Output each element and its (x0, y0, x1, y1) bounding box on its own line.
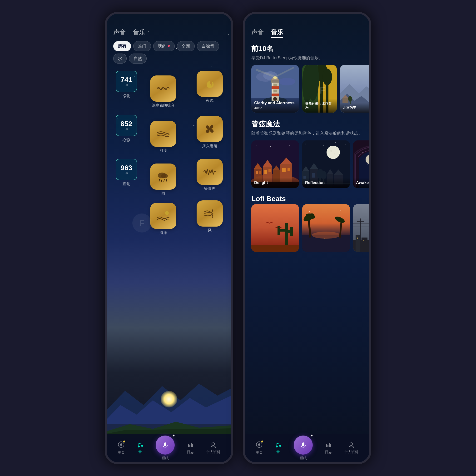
nav-profile-right[interactable]: 个人资料 (344, 442, 358, 454)
svg-rect-174 (363, 240, 364, 241)
sound-river[interactable]: 河流 (150, 121, 176, 153)
nav-music-left[interactable]: 音 (137, 442, 143, 454)
svg-rect-62 (273, 90, 277, 92)
svg-rect-180 (302, 442, 305, 446)
svg-line-25 (164, 179, 165, 182)
svg-point-112 (330, 150, 332, 152)
svg-rect-170 (369, 236, 369, 252)
tab-sound[interactable]: 声音 (113, 28, 126, 36)
filter-row: 所有 热门 我的 ♥ 全新 白噪音 水 自然 (113, 41, 225, 64)
svg-point-113 (334, 153, 335, 154)
top10-subtitle: 享受DJ BetterSleep为你挑选的音乐。 (251, 55, 363, 61)
svg-rect-173 (357, 238, 358, 239)
svg-point-30 (138, 445, 140, 447)
svg-point-152 (312, 232, 340, 239)
filter-white-noise[interactable]: 白噪音 (197, 41, 219, 51)
sound-ocean[interactable]: 海洋 (150, 203, 176, 235)
filter-mine[interactable]: 我的 ♥ (153, 41, 175, 51)
card-spa[interactable]: F 播放列表：水疗音乐 (302, 65, 337, 113)
svg-point-135 (362, 152, 363, 153)
sound-rain[interactable]: 雨 (150, 164, 176, 196)
lofi-cards: ✦ (251, 204, 363, 252)
card-reflection-overlay: Reflection (302, 178, 350, 188)
svg-rect-52 (272, 86, 279, 89)
card-awaken[interactable]: 全新 Awaken (353, 140, 369, 188)
svg-rect-143 (290, 227, 293, 236)
card-delight[interactable]: Delight (251, 140, 299, 188)
sound-fan[interactable]: 摇头电扇 (197, 116, 223, 149)
right-tab-sound[interactable]: 声音 (251, 28, 264, 38)
svg-line-23 (159, 179, 160, 182)
nav-profile-left[interactable]: 个人资料 (206, 442, 221, 454)
svg-point-27 (165, 211, 169, 215)
svg-point-80 (348, 96, 352, 102)
filter-water[interactable]: 水 (113, 53, 127, 64)
right-tab-music[interactable]: 音乐 (271, 28, 283, 38)
sound-night[interactable]: 夜晚 (197, 71, 223, 103)
svg-point-105 (306, 144, 306, 144)
orch-cards: Delight (251, 140, 363, 188)
card-spa-overlay: 播放列表：水疗音乐 (302, 99, 337, 113)
svg-line-24 (161, 179, 162, 182)
svg-point-22 (161, 173, 168, 178)
lofi-title: Lofi Beats (251, 195, 363, 203)
card-lofi2[interactable]: ✦ (302, 204, 350, 252)
svg-point-148 (309, 211, 310, 212)
card-north-overlay: 北方的宁 (340, 103, 369, 113)
tab-music[interactable]: 音乐 (133, 28, 145, 36)
sound-wind[interactable]: 风 (197, 200, 223, 233)
left-bottom-nav: 主页 音 睡眠 (107, 434, 231, 462)
nav-journal-left[interactable]: 日志 (187, 442, 194, 454)
right-content: 声音 音乐 前10名 享受DJ BetterSleep为你挑选的音乐。 (245, 14, 369, 462)
left-phone: 声音 音乐 所有 热门 我的 ♥ 全新 白噪音 水 自然 (105, 12, 233, 464)
svg-rect-92 (259, 171, 261, 174)
svg-point-177 (258, 443, 260, 446)
svg-point-47 (279, 78, 295, 85)
sound-green-noise[interactable]: 绿噪声 (197, 159, 223, 191)
svg-point-179 (279, 445, 281, 447)
svg-rect-61 (273, 84, 277, 86)
svg-rect-185 (330, 444, 331, 447)
svg-point-86 (289, 145, 290, 146)
svg-line-26 (166, 179, 167, 182)
card-clarity[interactable]: Clarity and Alertness 40Hz (251, 65, 299, 113)
svg-point-178 (276, 445, 278, 447)
nav-home-left[interactable]: 主页 (118, 441, 125, 455)
orch-title: 管弦魔法 (251, 119, 363, 129)
svg-rect-119 (312, 173, 315, 178)
card-lofi3[interactable] (353, 204, 369, 252)
filter-nature[interactable]: 自然 (129, 53, 147, 64)
card-lofi1[interactable] (251, 204, 299, 252)
left-content: 声音 音乐 所有 热门 我的 ♥ 全新 白噪音 水 自然 (107, 14, 231, 462)
filter-all[interactable]: 所有 (113, 41, 131, 51)
nav-home-right[interactable]: 主页 (255, 441, 263, 455)
top10-cards: Clarity and Alertness 40Hz (251, 65, 363, 113)
tabs-row: 声音 音乐 (113, 28, 225, 36)
svg-rect-182 (326, 444, 327, 447)
svg-point-68 (323, 68, 332, 85)
hz-852[interactable]: 852 Hz 心静 (116, 115, 137, 143)
svg-rect-37 (192, 444, 193, 447)
card-reflection[interactable]: Reflection (302, 140, 350, 188)
card-north[interactable]: 北方的宁 (340, 65, 369, 113)
section-orchestra: 管弦魔法 随着管弦乐器和钢琴的柔和音色，进入魔法般的和谐状态。 (251, 119, 363, 188)
svg-rect-32 (164, 442, 166, 446)
svg-text:F: F (319, 85, 325, 95)
nav-journal-right[interactable]: 日志 (325, 442, 332, 454)
nav-mic-right[interactable]: 睡眠 (294, 436, 313, 460)
svg-rect-35 (189, 444, 190, 447)
svg-point-85 (280, 143, 280, 143)
filter-new[interactable]: 全新 (177, 41, 195, 51)
hz-963[interactable]: 963 Hz 直觉 (116, 159, 137, 187)
svg-rect-91 (255, 171, 258, 174)
top10-title: 前10名 (251, 44, 363, 53)
svg-point-111 (327, 146, 340, 158)
svg-rect-184 (329, 443, 330, 447)
hz-741[interactable]: 741 Hz 净化 (116, 71, 137, 99)
svg-rect-53 (272, 94, 279, 96)
sound-brown-noise[interactable]: 深度布朗噪音 (150, 75, 176, 108)
filter-hot[interactable]: 热门 (133, 41, 151, 51)
nav-mic-left[interactable]: 睡眠 (156, 436, 175, 460)
nav-music-right[interactable]: 音 (275, 442, 282, 454)
svg-point-38 (212, 443, 215, 445)
